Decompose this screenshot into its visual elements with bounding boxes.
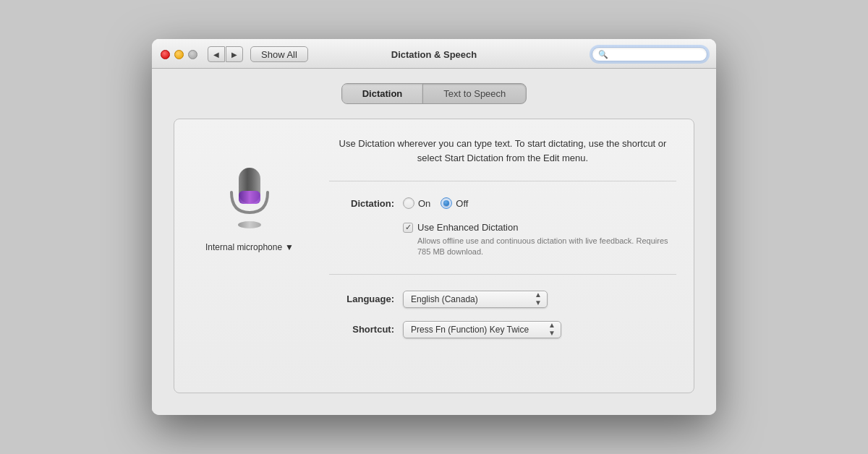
back-button[interactable]: ◀ (208, 46, 225, 62)
tabs: Dictation Text to Speech (341, 83, 527, 104)
enhanced-sub-text: Allows offline use and continuous dictat… (417, 236, 676, 258)
radio-off-circle[interactable] (441, 197, 452, 209)
radio-on-label: On (418, 198, 430, 209)
radio-on[interactable]: On (403, 197, 430, 209)
enhanced-label: Use Enhanced Dictation (417, 222, 518, 233)
titlebar: ◀ ▶ Show All Dictation & Speech 🔍 (152, 39, 716, 69)
description-text: Use Dictation wherever you can type text… (329, 137, 676, 165)
content-area: Dictation Text to Speech (152, 69, 716, 415)
language-select[interactable]: English (Canada) English (US) English (U… (403, 291, 548, 308)
settings-section: Use Dictation wherever you can type text… (329, 137, 676, 375)
close-button[interactable] (161, 50, 170, 59)
shortcut-select[interactable]: Press Fn (Function) Key Twice Press Righ… (403, 321, 561, 338)
language-label: Language: (329, 294, 394, 304)
svg-point-3 (238, 221, 261, 228)
traffic-lights (161, 50, 197, 59)
enhanced-section: ✓ Use Enhanced Dictation Allows offline … (403, 222, 676, 258)
shortcut-row: Shortcut: Press Fn (Function) Key Twice … (329, 321, 676, 338)
window-title: Dictation & Speech (391, 49, 477, 60)
tab-dictation[interactable]: Dictation (342, 84, 424, 103)
nav-buttons: ◀ ▶ (208, 46, 243, 62)
shortcut-label: Shortcut: (329, 324, 394, 335)
enhanced-checkbox[interactable]: ✓ (403, 223, 413, 233)
search-input[interactable] (611, 49, 701, 59)
main-window: ◀ ▶ Show All Dictation & Speech 🔍 Dictat… (152, 39, 716, 415)
language-row: Language: English (Canada) English (US) … (329, 291, 676, 308)
microphone-icon (221, 158, 278, 231)
mic-section: Internal microphone ▼ (192, 137, 307, 375)
search-box[interactable]: 🔍 (592, 47, 707, 61)
language-select-wrapper: English (Canada) English (US) English (U… (403, 291, 548, 308)
microphone-label[interactable]: Internal microphone ▼ (205, 242, 294, 252)
shortcut-select-wrapper: Press Fn (Function) Key Twice Press Righ… (403, 321, 561, 338)
zoom-button[interactable] (188, 50, 197, 59)
radio-on-circle[interactable] (403, 197, 414, 209)
radio-off[interactable]: Off (441, 197, 468, 209)
tab-text-to-speech[interactable]: Text to Speech (423, 84, 526, 103)
minimize-button[interactable] (174, 50, 184, 59)
dictation-row: Dictation: On Off (329, 197, 676, 209)
show-all-button[interactable]: Show All (250, 46, 308, 62)
forward-button[interactable]: ▶ (226, 46, 243, 62)
radio-off-label: Off (456, 198, 468, 209)
divider (329, 181, 676, 181)
checkbox-row: ✓ Use Enhanced Dictation (403, 222, 676, 233)
panel: Internal microphone ▼ Use Dictation wher… (174, 119, 694, 393)
svg-rect-1 (239, 191, 260, 204)
dictation-label: Dictation: (329, 198, 394, 209)
tabs-container: Dictation Text to Speech (174, 83, 694, 104)
radio-dot (443, 200, 449, 206)
radio-group: On Off (403, 197, 468, 209)
search-icon: 🔍 (598, 50, 608, 59)
divider-2 (329, 274, 676, 275)
